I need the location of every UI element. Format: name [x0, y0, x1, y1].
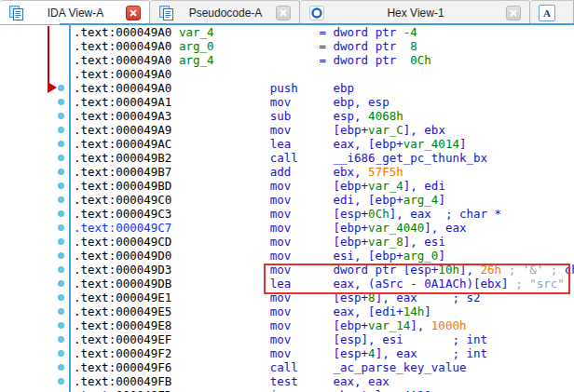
line-dot-icon — [58, 99, 64, 105]
disasm-line[interactable]: .text:000049A1 mov ebp, esp — [74, 95, 574, 109]
line-dot-icon — [58, 169, 64, 175]
disasm-line[interactable]: .text:000049D0 mov esi, [ebp+arg_0] — [74, 249, 574, 263]
address: .text:000049E8 — [74, 318, 179, 332]
line-dot-icon — [58, 350, 64, 357]
disasm-line[interactable]: .text:000049BD mov [ebp+var_4], edi — [74, 179, 574, 193]
disasm-line[interactable]: .text:000049FD jz short loc_4A10 — [74, 388, 574, 392]
disasm-line[interactable]: .text:000049E5 mov eax, [edi+14h] — [74, 304, 574, 318]
close-icon[interactable] — [506, 6, 521, 20]
disasm-line[interactable]: .text:000049A0 push ebp — [74, 81, 574, 95]
line-dot-icon — [58, 294, 64, 301]
disasm-line[interactable]: .text:000049F2 mov [esp+4], eax ; int — [74, 346, 574, 360]
address: .text:000049A1 — [74, 95, 179, 109]
address: .text:000049A0 — [74, 53, 179, 67]
line-dot-icon — [58, 210, 64, 217]
tab-hex-view-1[interactable]: Hex View-1 — [300, 0, 530, 24]
disasm-line[interactable]: .text:000049F6 call _ac_parse_key_value — [74, 360, 574, 374]
address: .text:000049FD — [74, 388, 179, 392]
address: .text:000049C7 — [74, 221, 179, 235]
address: .text:000049FB — [74, 374, 179, 388]
disasm-line[interactable]: .text:000049E8 mov [ebp+var_14], 1000h — [74, 318, 574, 332]
line-dot-icon — [58, 308, 64, 315]
address: .text:000049EF — [74, 332, 179, 346]
line-dot-icon — [58, 266, 64, 273]
address: .text:000049F6 — [74, 360, 179, 374]
address: .text:000049B2 — [74, 151, 179, 165]
tab-label: Hex View-1 — [331, 7, 500, 20]
address: .text:000049F2 — [74, 346, 179, 360]
disasm-line[interactable]: .text:000049A0 var_4 = dword ptr -4 — [74, 25, 574, 39]
line-dot-icon — [58, 155, 64, 161]
address: .text:000049DB — [74, 277, 179, 291]
line-dot-icon — [58, 238, 64, 245]
disasm-line[interactable]: .text:000049C0 mov edi, [ebp+arg_4] — [74, 193, 574, 207]
disasm-line[interactable]: .text:000049B2 call __i686_get_pc_thunk_… — [74, 151, 574, 165]
tab-partial[interactable]: A — [530, 0, 574, 24]
line-dot-icon — [58, 113, 64, 119]
line-dot-icon — [58, 280, 64, 287]
address: .text:000049CD — [74, 235, 179, 249]
address: .text:000049C0 — [74, 193, 179, 207]
disassembly-listing[interactable]: .text:000049A0 var_4 = dword ptr -4.text… — [74, 25, 574, 392]
disasm-line[interactable]: .text:000049AC lea eax, [ebp+var_4014] — [74, 137, 574, 151]
address: .text:000049E5 — [74, 304, 179, 318]
disasm-line[interactable]: .text:000049A0 arg_4 = dword ptr 0Ch — [74, 53, 574, 67]
line-dot-icon — [58, 378, 64, 385]
line-dot-icon — [58, 141, 64, 147]
close-icon[interactable] — [276, 6, 291, 20]
flow-arrow-head-icon — [48, 82, 57, 93]
tab-label: IDA View-A — [31, 7, 120, 20]
disasm-line[interactable]: .text:000049A3 sub esp, 4068h — [74, 109, 574, 123]
line-dot-icon — [58, 336, 64, 343]
address: .text:000049BD — [74, 179, 179, 193]
address: .text:000049C3 — [74, 207, 179, 221]
address: .text:000049E1 — [74, 291, 179, 304]
address: .text:000049A0 — [74, 67, 179, 81]
line-dot-icon — [58, 322, 64, 329]
line-dot-icon — [58, 196, 64, 203]
disasm-line[interactable]: .text:000049C7 mov [ebp+var_4040], eax — [74, 221, 574, 235]
disasm-line[interactable]: .text:000049C3 mov [esp+0Ch], eax ; char… — [74, 207, 574, 221]
address: .text:000049A0 — [74, 39, 179, 53]
disasm-line[interactable]: .text:000049FB test eax, eax — [74, 374, 574, 388]
address: .text:000049B7 — [74, 165, 179, 179]
line-dot-icon — [58, 182, 64, 189]
tab-label: Pseudocode-A — [181, 7, 270, 20]
address: .text:000049A3 — [74, 109, 179, 123]
disasm-line[interactable]: .text:000049EF mov [esp], esi ; int — [74, 332, 574, 346]
disasm-doc-icon — [158, 5, 175, 21]
disasm-line[interactable]: .text:000049B7 add ebx, 57F5h — [74, 165, 574, 179]
disasm-line[interactable]: .text:000049DB lea eax, (aSrc - 0A1ACh)[… — [74, 277, 574, 291]
disasm-doc-icon — [8, 5, 25, 21]
address: .text:000049D0 — [74, 249, 179, 263]
disasm-line[interactable]: .text:000049A9 mov [ebp+var_C], ebx — [74, 123, 574, 137]
disasm-line[interactable]: .text:000049E1 mov [esp+8], eax ; s2 — [74, 291, 574, 304]
disasm-line[interactable]: .text:000049D3 mov dword ptr [esp+10h], … — [74, 263, 574, 277]
tab-ida-view-a[interactable]: IDA View-A — [0, 0, 150, 24]
address: .text:000049D3 — [74, 263, 179, 277]
line-dot-icon — [58, 252, 64, 259]
disasm-line[interactable]: .text:000049CD mov [ebp+var_8], esi — [74, 235, 574, 249]
close-icon[interactable] — [126, 6, 141, 20]
address: .text:000049A0 — [74, 25, 179, 39]
address: .text:000049AC — [74, 137, 179, 151]
line-dot-icon — [58, 224, 64, 231]
address: .text:000049A0 — [74, 81, 179, 95]
tab-pseudocode-a[interactable]: Pseudocode-A — [150, 0, 300, 24]
line-dot-icon — [58, 364, 64, 371]
panel-focus-border-left — [69, 23, 71, 392]
line-dot-icon — [58, 127, 64, 133]
tab-bar: IDA View-A Pseudocode-A — [0, 0, 574, 25]
line-dot-icon — [58, 85, 64, 91]
strings-a-icon: A — [539, 5, 555, 21]
address: .text:000049A9 — [74, 123, 179, 137]
disasm-line[interactable]: .text:000049A0 — [74, 67, 574, 81]
flow-arrow-line — [48, 26, 49, 83]
hex-ring-icon — [308, 5, 325, 21]
disasm-line[interactable]: .text:000049A0 arg_0 = dword ptr 8 — [74, 39, 574, 53]
